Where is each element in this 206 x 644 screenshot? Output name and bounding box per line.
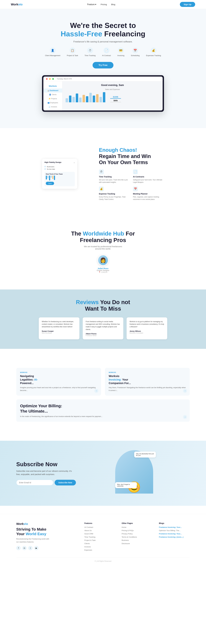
chaos-card-preview: How Tired of Your Team Save <box>44 172 75 186</box>
footer-blog-link-2[interactable]: Optimize Your Billing: The... <box>159 530 190 532</box>
footer-link-expenses[interactable]: Expenses <box>84 549 115 551</box>
footer-link-privacy[interactable]: Privacy Policy <box>122 533 152 535</box>
footer-link-home[interactable]: Home <box>122 526 152 528</box>
nav-logo: Workvio <box>11 3 22 6</box>
facebook-icon[interactable]: f <box>16 546 20 550</box>
dashboard-sidebar: Workvio 📊 Dashboard 👤 Clients 📁 Projects… <box>43 81 62 110</box>
chaos-feature-time: ⏱ Time Tracking Set your own pace. Track… <box>99 170 130 184</box>
footer: Workvio Striving To MakeYour World Easy … <box>0 514 206 566</box>
chaos-card-title: High Fidelity Design <box>44 161 62 163</box>
hero-try-button[interactable]: Try Free <box>92 62 114 68</box>
subscribe-section: Subscribe Now Subscribe now and become p… <box>0 441 206 506</box>
chaos-features-grid: ⏱ Time Tracking Set your own pace. Track… <box>99 170 164 200</box>
twitter-icon[interactable]: t <box>28 546 32 550</box>
feature-scheduling: 📅 Scheduling <box>131 48 140 56</box>
chaos-feature-meeting: 📅 Meeting Planner Plan, organize, and ca… <box>133 186 164 200</box>
footer-tagline: Striving To MakeYour World Easy <box>16 527 78 536</box>
feature-time-tracking: ⏱ Time Tracking <box>84 48 96 56</box>
footer-link-about[interactable]: About Us <box>84 530 115 532</box>
subscribe-button[interactable]: Subscribe Now <box>54 480 76 486</box>
chaos-feature-expenses: 💰 Expense Tracking Every Penny at your F… <box>99 186 130 200</box>
dash-bar-chart <box>66 92 105 102</box>
worldwide-subtitle: We are trusted by professional freelance… <box>81 245 125 250</box>
expense-tracking-feature-icon: 💰 <box>99 186 104 191</box>
chaos-mini-bars <box>46 176 74 180</box>
chaos-left-visual: High Fidelity Design ✕ ☑ Bookmarks ☑ No … <box>42 159 88 189</box>
feature-ai-contract: 📄 AI Contract <box>102 48 111 56</box>
blog-card-1-arrow[interactable]: → <box>94 389 98 393</box>
feature-project-task: 📋 Project & Task <box>67 48 78 56</box>
chaos-right-content: Enough Chaos! Regain Time and WinOn Your… <box>99 147 164 200</box>
dash-logo: Workvio <box>43 83 62 88</box>
footer-social-icons: f in t ▶ <box>16 546 78 550</box>
dash-chart-title: Sales and Expenses <box>66 88 160 90</box>
footer-link-disclosure[interactable]: Disclosure <box>122 542 152 544</box>
dash-nav-clients[interactable]: 👤 Clients <box>43 92 62 97</box>
worldwide-section: The Worldwide Hub ForFreelancing Pros We… <box>0 220 206 281</box>
expenses-tracking-icon: 💰 <box>150 48 156 54</box>
blog-card-2: Workvio WorkvioInvoicing: YourCompanion … <box>105 368 190 396</box>
subscribe-form: Subscribe Now <box>16 480 76 486</box>
nav-signup-button[interactable]: Sign Up <box>180 2 195 7</box>
chaos-title: Enough Chaos! Regain Time and WinOn Your… <box>99 147 164 166</box>
chaos-section: High Fidelity Design ✕ ☑ Bookmarks ☑ No … <box>0 136 206 212</box>
time-tracking-icon: ⏱ <box>87 48 93 54</box>
dash-stat2-value: $80k <box>110 100 121 102</box>
footer-link-business[interactable]: Business <box>122 539 152 541</box>
navbar: Workvio Feature ▾ Pricing Blog Sign Up <box>0 0 206 9</box>
footer-link-crm[interactable]: Good CRM <box>84 533 115 535</box>
speech-bubble-1: Hey, Its absolutely free just for you. <box>134 452 156 458</box>
dash-chart-area: Sales and Expenses <box>66 88 160 102</box>
check-icon-2: ☑ <box>44 168 46 170</box>
linkedin-icon[interactable]: in <box>22 546 26 550</box>
footer-link-ai-contract[interactable]: AI Contract <box>84 526 115 528</box>
footer-logo: Workvio <box>16 522 78 526</box>
footer-blog-link-1[interactable]: Freelance Invoicing: Your... <box>159 526 190 528</box>
nav-blog-link[interactable]: Blog <box>111 3 115 6</box>
footer-link-clients[interactable]: Clients <box>84 542 115 544</box>
footer-features-list: AI Contract About Us Good CRM Time Track… <box>84 526 115 551</box>
speech-bubble-2: Also, don't forget to subscribe <box>115 482 137 488</box>
chaos-card-save-button[interactable]: Save <box>46 182 54 185</box>
footer-link-project[interactable]: Project & Task <box>84 539 115 541</box>
meeting-planner-feature-icon: 📅 <box>133 186 138 191</box>
footer-grid: Workvio Striving To MakeYour World Easy … <box>16 522 190 552</box>
dash-nav-dashboard[interactable]: 📊 Dashboard <box>43 88 62 92</box>
footer-other-pages-col: Other Pages Home Pricing & FAQs Privacy … <box>122 522 152 552</box>
dash-nav-invoices[interactable]: 🧾 Invoices <box>43 105 62 109</box>
worldwide-avatar: 👩 Juliet Ross Graphic Designer 📍 LONDON <box>11 255 195 273</box>
blog-card-2-arrow[interactable]: → <box>183 389 187 393</box>
footer-link-terms[interactable]: Terms & Conditions <box>122 536 152 538</box>
hero-feature-icons: 👤 Client Management 📋 Project & Task ⏱ T… <box>11 48 195 56</box>
dash-nav-employees[interactable]: 👥 Employees <box>43 101 62 105</box>
footer-blog-link-4[interactable]: Freelance Invoicing: (more...) <box>159 536 190 538</box>
nav-pricing-link[interactable]: Pricing <box>100 3 107 6</box>
youtube-icon[interactable]: ▶ <box>34 546 38 550</box>
footer-link-time[interactable]: Time Tracking <box>84 536 115 538</box>
dash-stat1-value: $100k <box>110 96 121 98</box>
chaos-card-close[interactable]: ✕ <box>74 162 75 164</box>
nav-links: Feature ▾ Pricing Blog <box>87 3 115 6</box>
invoicing-icon: 💳 <box>118 48 124 54</box>
footer-link-invoices[interactable]: Invoices <box>84 546 115 548</box>
chaos-card-footer-text: How Tired of Your Team <box>46 173 74 175</box>
footer-blog-link-3[interactable]: Freelance Invoicing: Your... <box>159 533 190 535</box>
blog-card-3: Optimize Your Billing:The Ultimate... In… <box>16 400 190 422</box>
dash-nav-projects[interactable]: 📁 Projects <box>43 97 62 101</box>
blog-grid: Workvio NavigatingLegalities: AI-Powered… <box>16 368 190 422</box>
avatar-info: Juliet Ross Graphic Designer 📍 LONDON <box>97 267 109 273</box>
dash-stats: $100k $80k <box>110 96 121 102</box>
reviews-section: Reviews You Do notWant To Miss Whether I… <box>0 290 206 349</box>
footer-blogs-col: Blogs Freelance Invoicing: Your... Optim… <box>159 522 190 552</box>
footer-link-pricing[interactable]: Pricing & FAQs <box>122 530 152 532</box>
hero-title: We're the Secret to Hassle-Free Freelanc… <box>11 21 195 38</box>
review-card-1: Whether I'm freelancing as a web develop… <box>39 318 80 339</box>
dashboard-mockup: Tuesday, March 07th Workvio 📊 Dashboard … <box>42 75 164 112</box>
time-tracking-feature-icon: ⏱ <box>99 170 104 174</box>
subscribe-email-input[interactable] <box>16 480 53 486</box>
chaos-feature-card: High Fidelity Design ✕ ☑ Bookmarks ☑ No … <box>42 159 77 189</box>
nav-feature-dropdown[interactable]: Feature ▾ <box>87 3 96 6</box>
blog-card-3-arrow[interactable]: → <box>183 415 187 419</box>
blog-section: Workvio NavigatingLegalities: AI-Powered… <box>0 357 206 432</box>
subscribe-content: Subscribe Now Subscribe now and become p… <box>16 461 76 486</box>
